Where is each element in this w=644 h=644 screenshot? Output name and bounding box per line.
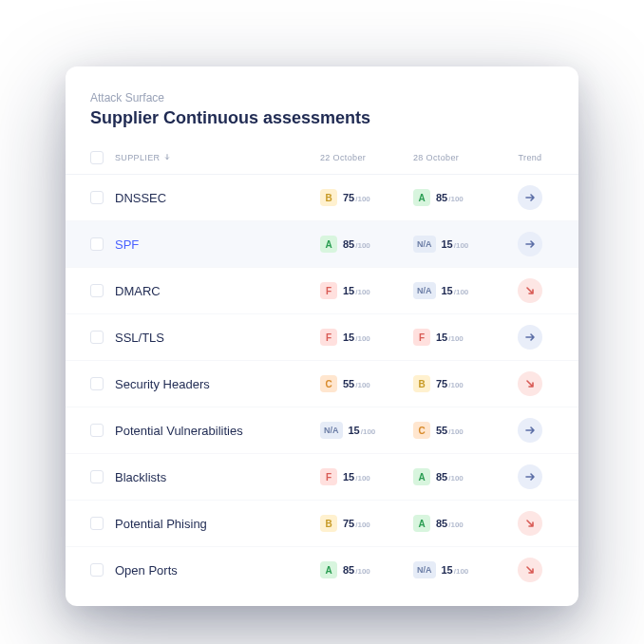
table-row[interactable]: Potential Vulnerabilities N/A 15/100 C 5… — [66, 407, 578, 454]
grade-badge: C — [320, 375, 337, 392]
row-checkbox[interactable] — [90, 331, 104, 344]
supplier-cell: DNSSEC — [115, 189, 320, 206]
trend-flat-icon[interactable] — [518, 232, 542, 256]
table-row[interactable]: Security Headers C 55/100 B 75/100 — [66, 361, 578, 407]
grade-badge: N/A — [413, 561, 436, 578]
grade-badge: A — [413, 189, 430, 206]
table-row[interactable]: DMARC F 15/100 N/A 15/100 — [66, 268, 578, 314]
supplier-name[interactable]: Open Ports — [115, 563, 178, 578]
column-header-trend[interactable]: Trend — [506, 153, 554, 162]
score-value: 85/100 — [436, 518, 464, 529]
supplier-name[interactable]: Potential Vulnerabilities — [115, 424, 243, 438]
row-checkbox[interactable] — [90, 470, 104, 483]
grade-badge: N/A — [413, 236, 436, 253]
trend-cell — [506, 371, 554, 396]
score-unit: /100 — [355, 195, 370, 203]
trend-down-icon[interactable] — [518, 558, 542, 582]
trend-down-icon[interactable] — [518, 278, 542, 303]
supplier-cell: SSL/TLS — [115, 329, 320, 346]
grade-badge: F — [320, 282, 337, 299]
score-cell: A 85/100 — [413, 189, 506, 206]
trend-flat-icon[interactable] — [518, 464, 542, 489]
table-body: DNSSEC B 75/100 A 85/100 SPF A 85/100 N/… — [66, 175, 578, 593]
score-value: 85/100 — [436, 192, 464, 203]
column-header-date2[interactable]: 28 October — [413, 153, 506, 162]
score-unit: /100 — [454, 241, 469, 250]
score-value: 15/100 — [343, 471, 370, 483]
score-cell: A 85/100 — [413, 515, 506, 532]
score-unit: /100 — [454, 567, 469, 576]
score-value: 75/100 — [343, 192, 370, 203]
score-value: 85/100 — [436, 471, 464, 483]
supplier-cell: SPF — [115, 236, 320, 253]
score-cell: N/A 15/100 — [320, 422, 413, 439]
row-checkbox[interactable] — [90, 424, 104, 437]
score-value: 15/100 — [442, 285, 469, 296]
grade-badge: F — [320, 329, 337, 346]
table-row[interactable]: DNSSEC B 75/100 A 85/100 — [66, 175, 578, 221]
supplier-cell: Security Headers — [115, 375, 320, 392]
score-unit: /100 — [355, 381, 370, 389]
table-header: SUPPLIER 22 October 28 October Trend — [66, 142, 578, 175]
grade-badge: B — [320, 515, 337, 532]
row-checkbox[interactable] — [90, 284, 104, 297]
row-checkbox[interactable] — [90, 191, 104, 204]
score-unit: /100 — [355, 474, 370, 483]
score-unit: /100 — [355, 241, 370, 250]
score-value: 15/100 — [442, 564, 469, 576]
supplier-name[interactable]: Potential Phising — [115, 517, 207, 531]
grade-badge: F — [320, 468, 337, 485]
trend-down-icon[interactable] — [518, 371, 542, 396]
row-checkbox-cell — [90, 424, 115, 437]
table-row[interactable]: Blacklists F 15/100 A 85/100 — [66, 454, 578, 501]
supplier-name[interactable]: Blacklists — [115, 470, 166, 484]
table-row[interactable]: Open Ports A 85/100 N/A 15/100 — [66, 547, 578, 593]
score-unit: /100 — [448, 381, 464, 389]
select-all-checkbox[interactable] — [90, 151, 104, 164]
table-row[interactable]: SSL/TLS F 15/100 F 15/100 — [66, 314, 578, 361]
grade-badge: C — [413, 422, 430, 439]
section-title: Supplier Continuous assessments — [90, 108, 554, 128]
grade-badge: B — [413, 375, 430, 392]
row-checkbox-cell — [90, 191, 115, 204]
trend-flat-icon[interactable] — [518, 185, 542, 210]
supplier-name[interactable]: DNSSEC — [115, 191, 166, 205]
table-row[interactable]: SPF A 85/100 N/A 15/100 — [66, 221, 578, 268]
score-unit: /100 — [454, 288, 469, 296]
score-cell: N/A 15/100 — [413, 282, 506, 299]
score-cell: F 15/100 — [320, 329, 413, 346]
score-value: 85/100 — [343, 564, 370, 576]
score-cell: B 75/100 — [320, 515, 413, 532]
score-unit: /100 — [355, 334, 370, 343]
column-header-date1[interactable]: 22 October — [320, 153, 413, 162]
score-cell: A 85/100 — [320, 561, 413, 578]
row-checkbox[interactable] — [90, 517, 104, 530]
grade-badge: A — [413, 515, 430, 532]
trend-cell — [506, 232, 554, 256]
score-cell: F 15/100 — [320, 282, 413, 299]
supplier-cell: Blacklists — [115, 468, 320, 485]
row-checkbox-cell — [90, 284, 115, 297]
grade-badge: N/A — [413, 282, 436, 299]
score-unit: /100 — [361, 427, 376, 436]
table-row[interactable]: Potential Phising B 75/100 A 85/100 — [66, 501, 578, 547]
supplier-name[interactable]: Security Headers — [115, 377, 210, 391]
score-unit: /100 — [355, 521, 370, 529]
trend-flat-icon[interactable] — [518, 325, 542, 350]
row-checkbox-cell — [90, 237, 115, 251]
row-checkbox[interactable] — [90, 563, 104, 577]
trend-cell — [506, 325, 554, 350]
score-cell: C 55/100 — [413, 422, 506, 439]
grade-badge: F — [413, 329, 430, 346]
column-header-supplier[interactable]: SUPPLIER — [115, 153, 320, 162]
trend-cell — [506, 511, 554, 536]
sort-down-icon — [163, 153, 171, 162]
score-unit: /100 — [448, 474, 464, 483]
supplier-name[interactable]: SSL/TLS — [115, 331, 164, 345]
supplier-name[interactable]: DMARC — [115, 284, 161, 298]
supplier-name[interactable]: SPF — [115, 237, 139, 252]
trend-flat-icon[interactable] — [518, 418, 542, 443]
trend-down-icon[interactable] — [518, 511, 542, 536]
row-checkbox[interactable] — [90, 377, 104, 390]
row-checkbox[interactable] — [90, 237, 104, 251]
